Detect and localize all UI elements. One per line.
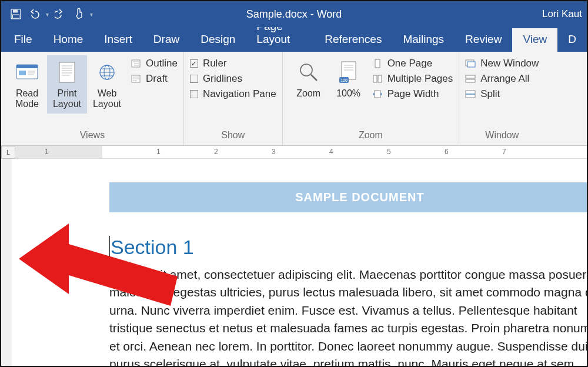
ribbon: ReadMode PrintLayout WebLayout <box>1 52 587 146</box>
svg-rect-9 <box>59 62 75 82</box>
group-show-label: Show <box>190 128 276 144</box>
new-window-label: New Window <box>480 58 539 69</box>
tab-insert[interactable]: Insert <box>93 28 143 52</box>
web-layout-icon <box>98 59 116 86</box>
group-zoom: Zoom 100 100% One Page <box>283 52 460 145</box>
gridlines-checkbox[interactable]: Gridlines <box>190 73 276 85</box>
svg-rect-38 <box>378 75 382 82</box>
svg-rect-30 <box>342 62 356 79</box>
ribbon-tabs: File Home Insert Draw Design Page Layout… <box>1 27 587 52</box>
group-window-label: Window <box>465 128 539 144</box>
vertical-scrollbar[interactable] <box>1 159 12 366</box>
tab-draw[interactable]: Draw <box>143 28 190 52</box>
zoom-button[interactable]: Zoom <box>289 55 329 102</box>
tab-selector[interactable]: L <box>1 146 15 159</box>
svg-line-29 <box>311 75 317 81</box>
quick-access-toolbar: ▾ ▾ <box>1 6 93 22</box>
new-window-icon <box>465 58 476 69</box>
horizontal-ruler[interactable]: 1 1 2 3 4 5 6 7 <box>15 146 587 159</box>
group-views: ReadMode PrintLayout WebLayout <box>1 52 184 145</box>
svg-text:100: 100 <box>340 78 348 82</box>
print-layout-label: PrintLayout <box>53 88 81 110</box>
document-page[interactable]: SAMPLE DOCUMENT Section 1 m dolor sit am… <box>27 165 588 366</box>
svg-rect-43 <box>466 79 475 82</box>
touch-mode-button[interactable] <box>71 6 86 22</box>
group-show: ✓ Ruler Gridlines Navigation Pane Show <box>184 52 283 145</box>
tab-references[interactable]: References <box>314 28 392 52</box>
gridlines-label: Gridlines <box>203 73 242 85</box>
svg-rect-41 <box>467 62 475 67</box>
web-layout-label: WebLayout <box>93 88 121 110</box>
outline-button[interactable]: Outline <box>131 58 178 69</box>
title-bar: ▾ ▾ Sample.docx - Word Lori Kaut <box>1 1 587 27</box>
zoom-label: Zoom <box>296 88 320 99</box>
save-button[interactable] <box>8 6 24 22</box>
section-heading: Section 1 <box>109 236 588 259</box>
outline-label: Outline <box>146 58 178 69</box>
tab-home[interactable]: Home <box>43 28 94 52</box>
zoom-icon <box>298 59 319 86</box>
web-layout-button[interactable]: WebLayout <box>87 55 127 114</box>
nav-label: Navigation Pane <box>203 88 276 100</box>
user-name: Lori Kaut <box>542 8 582 20</box>
group-views-label: Views <box>7 128 178 144</box>
multiple-pages-button[interactable]: Multiple Pages <box>372 73 453 85</box>
qat-customize[interactable]: ▾ <box>90 11 93 18</box>
redo-button[interactable] <box>52 6 68 22</box>
tab-overflow[interactable]: D <box>557 28 587 52</box>
tab-view[interactable]: View <box>512 28 557 52</box>
hundred-label: 100% <box>336 88 360 99</box>
document-banner: SAMPLE DOCUMENT <box>109 182 588 212</box>
print-layout-button[interactable]: PrintLayout <box>47 55 87 114</box>
new-window-button[interactable]: New Window <box>465 58 539 69</box>
svg-rect-2 <box>13 15 19 18</box>
svg-rect-42 <box>466 75 475 78</box>
hundred-percent-button[interactable]: 100 100% <box>329 55 369 102</box>
split-label: Split <box>480 88 500 100</box>
multiple-pages-label: Multiple Pages <box>387 73 453 85</box>
qat-dropdown-undo[interactable]: ▾ <box>46 11 49 18</box>
svg-rect-4 <box>16 65 38 68</box>
ruler-check-icon: ✓ <box>190 59 198 68</box>
undo-button[interactable] <box>27 6 42 22</box>
svg-rect-37 <box>373 75 377 82</box>
group-window: New Window Arrange All Split Window <box>459 52 544 145</box>
hundred-icon: 100 <box>338 59 359 86</box>
tab-review[interactable]: Review <box>455 28 512 52</box>
print-layout-icon <box>58 59 76 86</box>
ruler-label: Ruler <box>203 58 227 69</box>
one-page-button[interactable]: One Page <box>372 58 453 69</box>
outline-icon <box>131 58 141 69</box>
draft-button[interactable]: Draft <box>131 73 178 85</box>
group-zoom-label: Zoom <box>289 128 453 144</box>
document-area: SAMPLE DOCUMENT Section 1 m dolor sit am… <box>1 159 587 366</box>
arrange-all-button[interactable]: Arrange All <box>465 73 539 85</box>
draft-icon <box>131 74 141 84</box>
page-width-button[interactable]: Page Width <box>372 88 453 100</box>
gridlines-check-icon <box>190 75 198 83</box>
split-icon <box>465 89 476 99</box>
page-width-label: Page Width <box>387 88 439 100</box>
arrange-all-label: Arrange All <box>480 73 529 85</box>
page-width-icon <box>372 89 383 99</box>
svg-rect-5 <box>19 71 26 75</box>
window-title: Sample.docx - Word <box>246 8 342 21</box>
read-mode-label: ReadMode <box>15 88 39 110</box>
read-mode-icon <box>16 59 38 86</box>
one-page-label: One Page <box>387 58 433 69</box>
svg-rect-36 <box>375 59 380 68</box>
nav-check-icon <box>190 90 198 98</box>
navigation-pane-checkbox[interactable]: Navigation Pane <box>190 88 276 100</box>
svg-rect-1 <box>13 10 18 13</box>
ruler-checkbox[interactable]: ✓ Ruler <box>190 58 276 69</box>
tab-file[interactable]: File <box>4 28 43 52</box>
split-button[interactable]: Split <box>465 88 539 100</box>
ruler-row: L 1 1 2 3 4 5 6 7 <box>1 146 587 159</box>
draft-label: Draft <box>146 73 168 85</box>
svg-point-28 <box>300 64 312 76</box>
svg-rect-39 <box>375 91 380 98</box>
tab-mailings[interactable]: Mailings <box>392 28 455 52</box>
tab-design[interactable]: Design <box>190 28 246 52</box>
read-mode-button[interactable]: ReadMode <box>7 55 47 114</box>
one-page-icon <box>372 58 383 69</box>
